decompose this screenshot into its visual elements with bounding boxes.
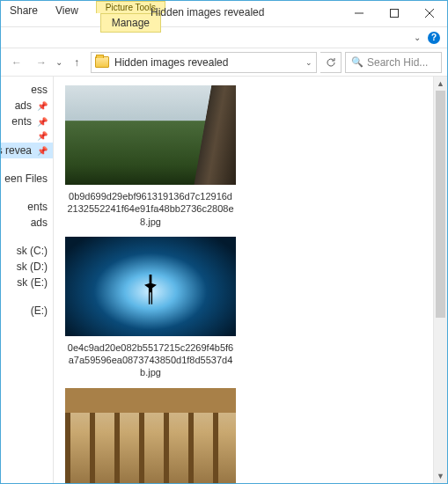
sidebar-item[interactable]: ents: [1, 199, 53, 215]
refresh-button[interactable]: [320, 52, 342, 73]
thumbnail[interactable]: [62, 233, 239, 340]
scroll-down-button[interactable]: ▼: [434, 469, 447, 483]
titlebar: Share View Picture Tools Manage Hidden i…: [1, 1, 447, 27]
sidebar-item[interactable]: (E:): [1, 303, 53, 319]
ribbon-tabs: Share View Picture Tools Manage: [1, 1, 165, 22]
sidebar-item-label: ents: [27, 201, 48, 213]
sidebar-item[interactable]: een Files: [1, 171, 53, 187]
address-bar: ← → ⌄ ↑ Hidden images revealed ⌄ 🔍 Searc…: [1, 48, 447, 77]
thumbnail-image: [65, 85, 236, 185]
minimize-button[interactable]: [342, 1, 377, 26]
scroll-up-button[interactable]: ▲: [434, 77, 447, 91]
vertical-scrollbar[interactable]: ▲ ▼: [433, 77, 447, 483]
pin-icon: 📌: [37, 101, 48, 111]
sidebar-item[interactable]: sk (C:): [1, 243, 53, 259]
sidebar-item[interactable]: 📌: [1, 129, 53, 143]
file-item[interactable]: 97fc2bf9390c081bdbfbce2676e1cd9da99fe03d…: [62, 385, 239, 483]
thumbnail-image: [65, 237, 236, 336]
thumbnail[interactable]: [62, 82, 239, 188]
breadcrumb[interactable]: Hidden images revealed: [114, 56, 228, 69]
ribbon-collapse-row: ⌄ ?: [1, 27, 447, 48]
sidebar-item-label: een Files: [4, 172, 48, 185]
sidebar-drives: sk (C:)sk (D:)sk (E:): [1, 243, 53, 290]
sidebar-item[interactable]: sk (E:): [1, 275, 53, 290]
nav-back-button[interactable]: ←: [6, 52, 27, 73]
sidebar-group: een Files: [1, 171, 53, 187]
sidebar-item-label: ads: [31, 216, 48, 229]
pin-icon: 📌: [37, 117, 48, 127]
search-placeholder: Search Hid...: [367, 56, 428, 69]
nav-history-dropdown[interactable]: ⌄: [55, 57, 62, 67]
sidebar-header[interactable]: ess: [1, 82, 53, 98]
sidebar-item-label: (E:): [31, 304, 48, 317]
sidebar-item[interactable]: sk (D:): [1, 259, 53, 275]
scroll-thumb[interactable]: [436, 91, 445, 318]
address-dropdown-icon[interactable]: ⌄: [305, 58, 312, 67]
file-item[interactable]: 0e4c9ad20e082b5517215c2269f4b5f6a7a59596…: [62, 233, 239, 379]
close-button[interactable]: [412, 1, 447, 26]
sidebar-item-label: images revea: [1, 144, 32, 157]
search-input[interactable]: 🔍 Search Hid...: [345, 52, 442, 73]
help-icon[interactable]: ?: [428, 32, 440, 44]
svg-rect-1: [391, 10, 399, 18]
file-name[interactable]: 0b9d699d29ebf961319136d7c12916d213255224…: [62, 190, 239, 228]
scroll-track[interactable]: [434, 91, 447, 469]
tab-view[interactable]: View: [47, 1, 87, 22]
file-name[interactable]: 0e4c9ad20e082b5517215c2269f4b5f6a7a59596…: [62, 341, 239, 379]
maximize-button[interactable]: [377, 1, 412, 26]
sidebar-item-label: ents: [11, 115, 32, 128]
thumbnail-image: [65, 388, 236, 483]
pin-icon: 📌: [37, 146, 48, 156]
sidebar-item[interactable]: ads📌: [1, 98, 53, 114]
sidebar-item[interactable]: ents📌: [1, 114, 53, 129]
sidebar-item[interactable]: ads: [1, 215, 53, 231]
content-pane[interactable]: 0b9d699d29ebf961319136d7c12916d213255224…: [54, 77, 433, 483]
body: ess ads📌ents📌📌images revea📌 een Files en…: [1, 77, 447, 483]
tab-share[interactable]: Share: [1, 1, 47, 22]
sidebar-item-label: sk (E:): [17, 276, 48, 289]
sidebar-item-label: ads: [15, 99, 32, 112]
sidebar-item-label: sk (C:): [17, 245, 48, 257]
items-grid: 0b9d699d29ebf961319136d7c12916d213255224…: [62, 82, 430, 483]
nav-forward-button[interactable]: →: [31, 52, 52, 73]
window-title: Hidden images revealed: [151, 6, 264, 18]
sidebar-group: (E:): [1, 303, 53, 319]
file-item[interactable]: 0b9d699d29ebf961319136d7c12916d213255224…: [62, 82, 239, 228]
search-icon: 🔍: [351, 56, 364, 68]
sidebar-item-label: sk (D:): [17, 260, 48, 273]
thumbnail[interactable]: [62, 385, 239, 483]
nav-up-button[interactable]: ↑: [66, 52, 87, 73]
nav-pane: ess ads📌ents📌📌images revea📌 een Files en…: [1, 77, 54, 483]
address-box[interactable]: Hidden images revealed ⌄: [91, 52, 317, 73]
sidebar-group: entsads: [1, 199, 53, 231]
expand-ribbon-icon[interactable]: ⌄: [414, 33, 421, 42]
sidebar-item[interactable]: images revea📌: [1, 143, 53, 158]
pin-icon: 📌: [37, 131, 48, 141]
folder-icon: [95, 56, 109, 68]
window-controls: [342, 1, 447, 26]
sidebar-quick-access: ess ads📌ents📌📌images revea📌: [1, 82, 53, 158]
